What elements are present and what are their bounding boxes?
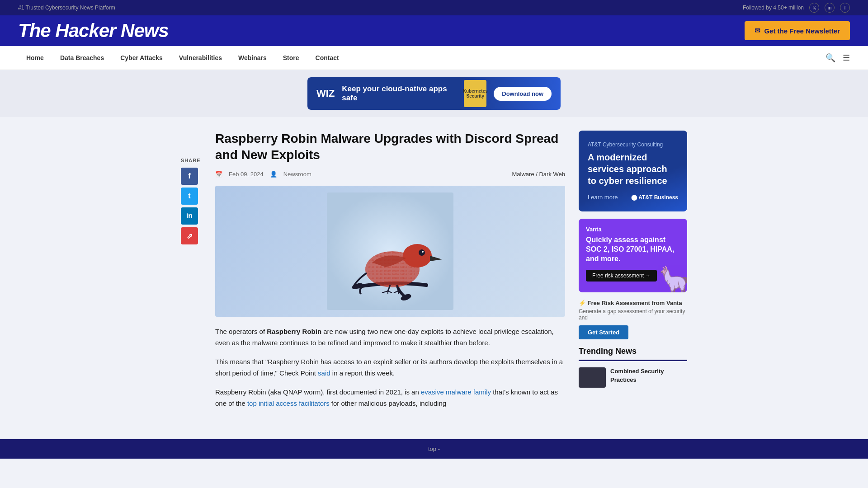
- ad-banner-area: WIZ Keep your cloud-native apps safe Kub…: [0, 70, 868, 117]
- att-footer: Learn more ⬤ AT&T Business: [588, 194, 678, 201]
- footer-text: top -: [428, 446, 440, 452]
- bird-illustration: 10110: [327, 192, 453, 310]
- newsletter-button[interactable]: ✉ Get the Free Newsletter: [745, 21, 850, 40]
- said-link[interactable]: said: [318, 369, 330, 377]
- att-headline: A modernized services approach to cyber …: [588, 151, 678, 187]
- article-author: Newsroom: [283, 171, 311, 178]
- article-date: Feb 09, 2024: [229, 171, 264, 178]
- facebook-link[interactable]: f: [840, 3, 850, 13]
- nav-cyber-attacks[interactable]: Cyber Attacks: [112, 46, 171, 70]
- trending-title: Trending News: [579, 347, 687, 356]
- vanta-text: Quickly assess against SOC 2, ISO 27001,…: [586, 235, 680, 263]
- nav-bar: Home Data Breaches Cyber Attacks Vulnera…: [0, 46, 868, 70]
- right-sidebar: AT&T Cybersecurity Consulting A moderniz…: [579, 131, 687, 417]
- share-twitter-button[interactable]: t: [181, 188, 198, 205]
- newsletter-icon: ✉: [755, 27, 760, 35]
- svg-point-8: [419, 249, 425, 256]
- vanta-ad-banner[interactable]: Vanta Quickly assess against SOC 2, ISO …: [579, 219, 687, 292]
- nav-webinars[interactable]: Webinars: [230, 46, 275, 70]
- followers-text: Followed by 4.50+ million: [743, 5, 804, 11]
- site-title[interactable]: The Hacker News: [18, 20, 169, 42]
- att-label: AT&T Cybersecurity Consulting: [588, 141, 678, 148]
- top-bar: #1 Trusted Cybersecurity News Platform F…: [0, 0, 868, 15]
- evasive-malware-link[interactable]: evasive malware family: [421, 388, 491, 396]
- share-facebook-button[interactable]: f: [181, 168, 198, 185]
- vanta-cta-title: ⚡ Free Risk Assessment from Vanta: [579, 300, 687, 306]
- top-access-facilitators-link[interactable]: top initial access facilitators: [247, 399, 330, 407]
- nav-home[interactable]: Home: [18, 46, 52, 70]
- newsletter-label: Get the Free Newsletter: [764, 27, 840, 35]
- ad-text: Keep your cloud-native apps safe: [342, 84, 457, 103]
- ad-download-button[interactable]: Download now: [494, 87, 552, 101]
- trending-text-1: Combined Security Practices: [610, 367, 687, 384]
- wiz-ad-banner[interactable]: WIZ Keep your cloud-native apps safe Kub…: [307, 77, 561, 110]
- menu-icon[interactable]: ☰: [843, 53, 850, 63]
- nav-icons: 🔍 ☰: [826, 53, 850, 63]
- att-logo: ⬤ AT&T Business: [631, 194, 678, 201]
- wiz-logo: WIZ: [316, 88, 335, 99]
- page-footer: top -: [0, 439, 868, 459]
- svg-point-7: [403, 244, 432, 267]
- vanta-label: Vanta: [586, 226, 680, 233]
- share-linkedin-button[interactable]: in: [181, 207, 198, 225]
- article-image: 10110: [215, 186, 565, 317]
- nav-vulnerabilities[interactable]: Vulnerabilities: [171, 46, 230, 70]
- top-bar-right: Followed by 4.50+ million 𝕏 in f: [743, 3, 850, 13]
- article-paragraph-3: Raspberry Robin (aka QNAP worm), first d…: [215, 386, 565, 409]
- article-paragraph-2: This means that "Raspberry Robin has acc…: [215, 356, 565, 379]
- nav-data-breaches[interactable]: Data Breaches: [52, 46, 112, 70]
- att-learn-more[interactable]: Learn more: [588, 194, 618, 201]
- nav-store[interactable]: Store: [275, 46, 307, 70]
- calendar-icon: 📅: [215, 171, 222, 178]
- vanta-cta-subtitle: Generate a gap assessment of your securi…: [579, 308, 687, 321]
- search-icon[interactable]: 🔍: [826, 53, 835, 63]
- tagline: #1 Trusted Cybersecurity News Platform: [18, 5, 115, 11]
- article-body: The operators of Raspberry Robin are now…: [215, 326, 565, 409]
- share-sidebar: SHARE f t in ⇗: [181, 131, 202, 417]
- article-title: Raspberry Robin Malware Upgrades with Di…: [215, 131, 565, 164]
- trending-section: Trending News Combined Security Practice…: [579, 347, 687, 388]
- att-ad-banner[interactable]: AT&T Cybersecurity Consulting A moderniz…: [579, 131, 687, 211]
- nav-links: Home Data Breaches Cyber Attacks Vulnera…: [18, 46, 347, 70]
- ad-book-image: Kubernetes Security: [464, 80, 486, 107]
- trending-bar-divider: [579, 360, 687, 361]
- article-meta-left: 📅 Feb 09, 2024 👤 Newsroom: [215, 171, 311, 178]
- article-main: Raspberry Robin Malware Upgrades with Di…: [215, 131, 565, 417]
- share-other-button[interactable]: ⇗: [181, 227, 198, 244]
- article-meta: 📅 Feb 09, 2024 👤 Newsroom Malware / Dark…: [215, 171, 565, 178]
- nav-contact[interactable]: Contact: [307, 46, 347, 70]
- share-label: SHARE: [181, 158, 202, 163]
- twitter-link[interactable]: 𝕏: [809, 3, 819, 13]
- article-category: Malware / Dark Web: [512, 171, 565, 178]
- author-icon: 👤: [270, 171, 277, 178]
- content-area: SHARE f t in ⇗ Raspberry Robin Malware U…: [163, 117, 705, 430]
- get-started-button[interactable]: Get Started: [579, 325, 628, 339]
- trending-thumb-1: [579, 367, 606, 388]
- article-paragraph-1: The operators of Raspberry Robin are now…: [215, 326, 565, 349]
- vanta-risk-button[interactable]: Free risk assessment →: [586, 270, 657, 282]
- vanta-llama-icon: 🦙: [658, 265, 687, 292]
- linkedin-link[interactable]: in: [825, 3, 835, 13]
- vanta-cta-section: ⚡ Free Risk Assessment from Vanta Genera…: [579, 300, 687, 339]
- main-header: The Hacker News ✉ Get the Free Newslette…: [0, 15, 868, 46]
- svg-point-9: [422, 251, 424, 253]
- trending-item[interactable]: Combined Security Practices: [579, 367, 687, 388]
